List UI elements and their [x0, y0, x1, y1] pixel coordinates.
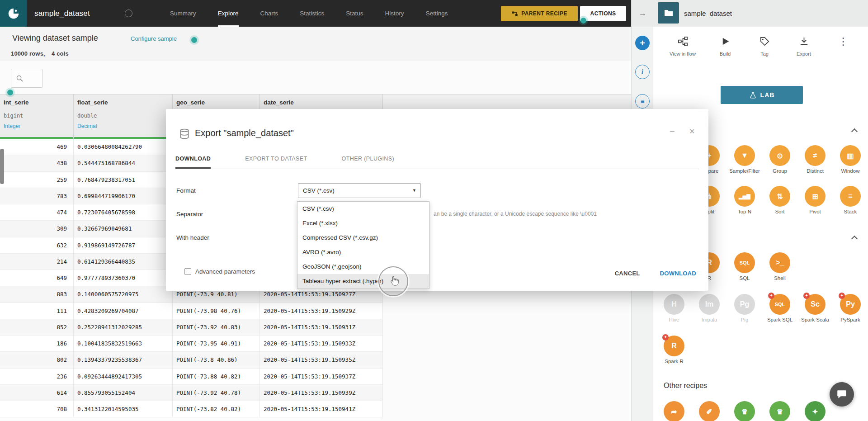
cell-date_serie[interactable]: 2020-05-14T15:53:19.150929Z — [260, 303, 383, 319]
cell-float_serie[interactable]: 0.977778937360370 — [74, 270, 173, 286]
table-scroll-handle[interactable] — [0, 149, 4, 184]
tab-explore[interactable]: Explore — [218, 0, 239, 27]
recipe-pig[interactable]: PgPig — [727, 294, 762, 322]
tag-button[interactable]: Tag — [745, 36, 784, 57]
parent-recipe-button[interactable]: PARENT RECIPE — [501, 6, 578, 21]
advanced-parameters-checkbox[interactable] — [184, 268, 191, 275]
cell-geo_serie[interactable]: POINT(-73.98 40.76) — [173, 303, 260, 319]
cell-float_serie[interactable]: 0.699844719906170 — [74, 188, 173, 204]
recipe-plugin[interactable]: ♛ — [727, 401, 762, 421]
cell-int_serie[interactable]: 438 — [0, 155, 74, 171]
table-search-input[interactable] — [11, 69, 42, 88]
cell-date_serie[interactable]: 2020-05-14T15:53:19.150935Z — [260, 352, 383, 368]
collapse-panel-arrow-icon[interactable]: → — [632, 0, 654, 27]
cell-float_serie[interactable]: 0.09263444892417305 — [74, 369, 173, 384]
recipe-pivot[interactable]: ⊞Pivot — [797, 186, 833, 214]
tab-settings[interactable]: Settings — [426, 0, 448, 27]
cell-int_serie[interactable]: 309 — [0, 221, 74, 237]
table-row[interactable]: 6140.855793055152404POINT(-73.92 40.78)2… — [0, 385, 383, 401]
dropdown-option[interactable]: AVRO (*.avro) — [297, 245, 429, 260]
table-row[interactable]: 8020.13943379235538367POINT(-73.8 40.86)… — [0, 352, 383, 368]
cell-float_serie[interactable]: 0.855793055152404 — [74, 385, 173, 401]
lab-button[interactable]: LAB — [721, 86, 803, 104]
cell-float_serie[interactable]: 0.4283209269704087 — [74, 303, 173, 319]
close-icon[interactable]: × — [689, 126, 695, 137]
cell-int_serie[interactable]: 474 — [0, 204, 74, 220]
cell-geo_serie[interactable]: POINT(-73.88 40.82) — [173, 369, 260, 384]
table-row[interactable]: 7080.3413122014595035POINT(-73.82 40.82)… — [0, 401, 383, 417]
cell-int_serie[interactable]: 614 — [0, 385, 74, 401]
recipe-distinct[interactable]: ≠Distinct — [797, 145, 833, 174]
advanced-parameters-toggle[interactable]: Advanced parameters — [184, 268, 255, 275]
recipe-top-n[interactable]: ▂▅▇Top N — [727, 186, 762, 214]
column-header-float_serie[interactable]: float_seriedoubleDecimal — [74, 95, 173, 139]
cell-int_serie[interactable]: 649 — [0, 270, 74, 286]
cell-int_serie[interactable]: 708 — [0, 401, 74, 417]
recipe-impala[interactable]: ImImpala — [692, 294, 727, 322]
cell-date_serie[interactable]: 2020-05-14T15:53:19.150941Z — [260, 401, 383, 417]
actions-button[interactable]: ACTIONS — [580, 6, 626, 21]
column-header-int_serie[interactable]: int_seriebigintInteger — [0, 95, 74, 139]
cell-int_serie[interactable]: 236 — [0, 369, 74, 384]
tutorial-dot-table[interactable] — [7, 90, 13, 95]
cell-float_serie[interactable]: 0.614129366440835 — [74, 254, 173, 270]
details-button[interactable]: ≡ — [635, 94, 650, 109]
cell-geo_serie[interactable]: POINT(-73.92 40.78) — [173, 385, 260, 401]
cell-date_serie[interactable]: 2020-05-14T15:53:19.150931Z — [260, 319, 383, 335]
cell-float_serie[interactable]: 0.03066480084262790 — [74, 139, 173, 155]
cell-date_serie[interactable]: 2020-05-14T15:53:19.150933Z — [260, 336, 383, 351]
recipe-stack[interactable]: ≡Stack — [833, 186, 868, 214]
recipe-hive[interactable]: HHive — [656, 294, 692, 322]
cell-int_serie[interactable]: 632 — [0, 237, 74, 253]
cell-int_serie[interactable]: 802 — [0, 352, 74, 368]
recipe-sort[interactable]: ⇅Sort — [762, 186, 797, 214]
cell-float_serie[interactable]: 0.13943379235538367 — [74, 352, 173, 368]
tab-summary[interactable]: Summary — [170, 0, 196, 27]
dropdown-option[interactable]: CSV (*.csv) — [297, 202, 429, 216]
cell-geo_serie[interactable]: POINT(-73.8 40.86) — [173, 352, 260, 368]
cell-int_serie[interactable]: 259 — [0, 172, 74, 188]
recipe-window[interactable]: ▥Window — [833, 145, 868, 174]
add-button[interactable]: + — [635, 36, 650, 50]
cell-float_serie[interactable]: 0.25228941312029285 — [74, 319, 173, 335]
cell-float_serie[interactable]: 0.544475168786844 — [74, 155, 173, 171]
chat-fab-button[interactable] — [830, 382, 854, 407]
tab-status[interactable]: Status — [346, 0, 363, 27]
dropdown-option[interactable]: Excel (*.xlsx) — [297, 216, 429, 231]
dropdown-option[interactable]: Tableau hyper extract (.hyper) — [297, 274, 429, 289]
cell-float_serie[interactable]: 0.919869149726787 — [74, 237, 173, 253]
dropdown-option[interactable]: Compressed CSV (*.csv.gz) — [297, 231, 429, 245]
tab-statistics[interactable]: Statistics — [300, 0, 324, 27]
table-row[interactable]: 1860.10041835832519663POINT(-73.95 40.91… — [0, 336, 383, 352]
cell-int_serie[interactable]: 469 — [0, 139, 74, 155]
recipe-plugin[interactable]: ♛ — [762, 401, 797, 421]
recipe-plugin[interactable]: ✦ — [797, 401, 833, 421]
dropdown-option[interactable]: GeoJSON (*.geojson) — [297, 260, 429, 274]
cell-geo_serie[interactable]: POINT(-73.95 40.91) — [173, 336, 260, 351]
cell-int_serie[interactable]: 111 — [0, 303, 74, 319]
table-row[interactable]: 1110.4283209269704087POINT(-73.98 40.76)… — [0, 303, 383, 319]
dataiku-logo-icon[interactable] — [0, 0, 27, 27]
tab-charts[interactable]: Charts — [260, 0, 278, 27]
cell-int_serie[interactable]: 214 — [0, 254, 74, 270]
cell-int_serie[interactable]: 783 — [0, 188, 74, 204]
cell-geo_serie[interactable]: POINT(-73.82 40.82) — [173, 401, 260, 417]
cell-float_serie[interactable]: 0.32667969049681 — [74, 221, 173, 237]
minimize-icon[interactable]: − — [670, 126, 675, 137]
recipe-spark-scala[interactable]: Sc✦Spark Scala — [797, 294, 833, 322]
cell-int_serie[interactable]: 852 — [0, 319, 74, 335]
cell-float_serie[interactable]: 0.1400060575720975 — [74, 286, 173, 302]
dataset-status-icon[interactable] — [125, 9, 132, 17]
tutorial-dot-configure-sample[interactable] — [191, 37, 197, 43]
cell-date_serie[interactable]: 2020-05-14T15:53:19.150937Z — [260, 369, 383, 384]
format-select[interactable]: CSV (*.csv) ▼ — [298, 183, 421, 198]
modal-tab-other-plugins-[interactable]: OTHER (PLUGINS) — [342, 153, 394, 169]
cell-int_serie[interactable]: 883 — [0, 286, 74, 302]
cell-float_serie[interactable]: 0.723076405678598 — [74, 204, 173, 220]
recipe-pyspark[interactable]: Py✦PySpark — [833, 294, 868, 322]
recipe-shell[interactable]: >_Shell — [762, 252, 797, 281]
modal-tab-export-to-dataset[interactable]: EXPORT TO DATASET — [245, 153, 307, 169]
cell-geo_serie[interactable]: POINT(-73.92 40.83) — [173, 319, 260, 335]
cell-int_serie[interactable]: 186 — [0, 336, 74, 351]
table-row[interactable]: 8520.25228941312029285POINT(-73.92 40.83… — [0, 319, 383, 336]
